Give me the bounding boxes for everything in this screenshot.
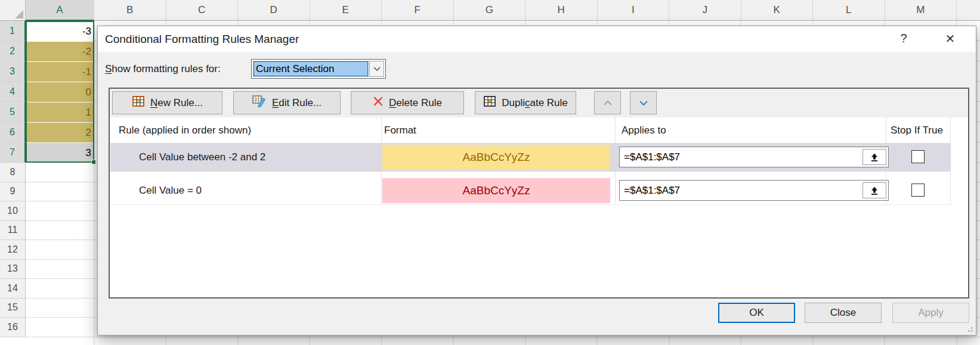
close-button[interactable]: Close <box>805 303 882 323</box>
delete-rule-button[interactable]: Delete Rule <box>351 91 464 114</box>
column-header-G[interactable]: G <box>454 0 526 21</box>
move-rule-down-button[interactable] <box>630 91 657 114</box>
cell-A3[interactable]: -1 <box>26 62 94 82</box>
row-header-16[interactable]: 16 <box>0 318 26 337</box>
column-header-M[interactable]: M <box>885 0 957 21</box>
column-header-H[interactable]: H <box>525 0 598 21</box>
column-header-I[interactable]: I <box>598 0 670 21</box>
collapse-dialog-button[interactable] <box>862 149 886 165</box>
format-preview: AaBbCcYyZz <box>382 178 610 203</box>
dialog-titlebar: Conditional Formatting Rules Manager ? ✕ <box>98 26 976 52</box>
rule-description: Cell Value = 0 <box>139 176 202 205</box>
column-header-stop-if-true: Stop If True <box>891 117 943 143</box>
chevron-down-icon <box>638 100 649 107</box>
format-preview: AaBbCcYyZz <box>382 145 610 170</box>
column-header-N[interactable]: N <box>957 0 980 21</box>
cell-A2[interactable]: -2 <box>26 42 94 61</box>
row-header-9[interactable]: 9 <box>0 182 26 202</box>
table-duplicate-icon <box>483 95 496 110</box>
column-header-rule: Rule (applied in order shown) <box>119 117 251 143</box>
dialog-title: Conditional Formatting Rules Manager <box>105 26 299 52</box>
column-header-applies-to: Applies to <box>622 117 666 143</box>
cell-A4[interactable]: 0 <box>26 82 94 102</box>
column-header-E[interactable]: E <box>310 0 382 21</box>
ok-button[interactable]: OK <box>718 303 795 323</box>
cell-A1[interactable]: -3 <box>26 21 94 41</box>
chevron-down-icon <box>373 66 381 72</box>
new-rule-button[interactable]: New Rule... <box>112 91 222 114</box>
collapse-dialog-icon <box>870 186 879 195</box>
select-all-corner[interactable] <box>0 0 26 21</box>
rules-toolbar: New Rule... Edit Rule... Delete Rule Dup… <box>110 89 968 117</box>
column-header-B[interactable]: B <box>94 0 166 21</box>
row-header-3[interactable]: 3 <box>0 61 26 82</box>
table-edit-icon <box>252 95 267 110</box>
row-header-7[interactable]: 7 <box>0 142 26 163</box>
apply-button: Apply <box>892 303 969 323</box>
show-formatting-rules-label: Show formatting rules for: <box>105 59 221 79</box>
rule-row[interactable]: Cell Value between -2 and 2 AaBbCcYyZz <box>110 143 951 172</box>
move-rule-up-button[interactable] <box>594 91 621 114</box>
table-new-icon <box>132 95 145 110</box>
rule-description: Cell Value between -2 and 2 <box>139 143 265 172</box>
row-header-2[interactable]: 2 <box>0 41 26 61</box>
chevron-up-icon <box>602 100 613 107</box>
edit-rule-button[interactable]: Edit Rule... <box>233 91 341 114</box>
collapse-dialog-icon <box>870 153 879 162</box>
stop-if-true-checkbox[interactable] <box>911 184 925 197</box>
collapse-dialog-button[interactable] <box>862 182 886 198</box>
row-header-5[interactable]: 5 <box>0 102 26 122</box>
row-header-11[interactable]: 11 <box>0 221 26 241</box>
applies-to-field <box>619 180 889 201</box>
rule-row[interactable]: Cell Value = 0 AaBbCcYyZz <box>110 176 951 205</box>
row-header-1[interactable]: 1 <box>0 21 26 41</box>
applies-to-input[interactable] <box>620 181 858 200</box>
column-header-D[interactable]: D <box>238 0 310 21</box>
stop-if-true-checkbox[interactable] <box>911 150 925 163</box>
row-header-8[interactable]: 8 <box>0 163 26 182</box>
column-header-A[interactable]: A <box>26 0 94 21</box>
column-header-C[interactable]: C <box>166 0 239 21</box>
help-icon[interactable]: ? <box>890 26 917 51</box>
close-icon[interactable]: ✕ <box>936 26 964 51</box>
rules-list-container: New Rule... Edit Rule... Delete Rule Dup… <box>109 88 969 299</box>
row-header-13[interactable]: 13 <box>0 260 26 279</box>
row-header-15[interactable]: 15 <box>0 299 26 318</box>
scope-dropdown-value: Current Selection <box>253 61 369 77</box>
column-header-L[interactable]: L <box>813 0 885 21</box>
row-header-6[interactable]: 6 <box>0 122 26 142</box>
column-header-F[interactable]: F <box>382 0 454 21</box>
duplicate-rule-button[interactable]: Duplicate Rule <box>475 91 576 114</box>
column-header-K[interactable]: K <box>741 0 814 21</box>
applies-to-input[interactable] <box>620 148 858 166</box>
conditional-formatting-rules-manager-dialog: Conditional Formatting Rules Manager ? ✕… <box>97 26 976 335</box>
dropdown-button[interactable] <box>369 61 384 77</box>
row-header-4[interactable]: 4 <box>0 82 26 102</box>
resize-grip[interactable] <box>966 325 973 332</box>
scope-dropdown[interactable]: Current Selection <box>251 59 386 79</box>
delete-x-icon <box>373 96 384 110</box>
cell-A6[interactable]: 2 <box>26 123 94 142</box>
applies-to-field <box>619 147 889 167</box>
select-all-triangle-icon <box>15 10 23 18</box>
cell-A7[interactable]: 3 <box>26 143 94 163</box>
column-header-J[interactable]: J <box>669 0 741 21</box>
cell-A5[interactable]: 1 <box>26 102 94 122</box>
row-header-12[interactable]: 12 <box>0 240 26 260</box>
row-header-10[interactable]: 10 <box>0 201 26 221</box>
row-header-14[interactable]: 14 <box>0 279 26 299</box>
column-header-format: Format <box>384 117 416 143</box>
